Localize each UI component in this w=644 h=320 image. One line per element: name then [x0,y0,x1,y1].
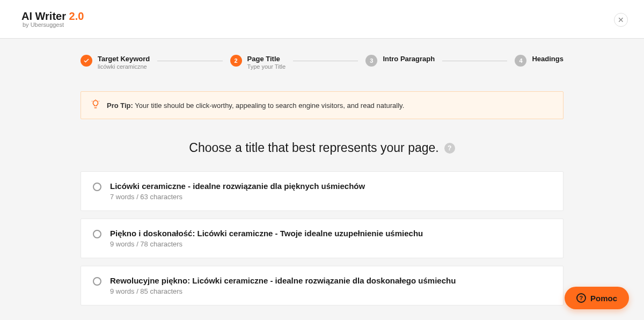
title-option[interactable]: Rewolucyjne piękno: Licówki ceramiczne -… [80,266,564,306]
step-labels: Headings [532,55,564,63]
logo-text-main: AI Writer [21,10,69,22]
question-icon: ? [576,293,586,303]
option-title: Licówki ceramiczne - idealne rozwiązanie… [110,181,365,191]
step-title: Page Title [247,55,286,63]
app-logo: AI Writer 2.0 by Ubersuggest [21,10,84,28]
step-subtitle: licówki ceramiczne [98,63,150,70]
logo-text-accent: 2.0 [69,10,84,22]
step-title: Headings [532,55,564,63]
heading-text: Choose a title that best represents your… [189,141,438,155]
title-option[interactable]: Licówki ceramiczne - idealne rozwiązanie… [80,171,564,211]
title-option[interactable]: Piękno i doskonałość: Licówki ceramiczne… [80,219,564,258]
step-number-icon: 4 [515,55,526,67]
check-icon [80,55,92,67]
logo-subtitle: by Ubersuggest [23,21,64,28]
tip-body: Your title should be click-worthy, appea… [133,101,404,110]
lightbulb-icon [91,99,100,111]
radio-icon[interactable] [93,230,101,238]
option-meta: 7 words / 63 characters [110,193,365,201]
tip-label: Pro Tip: [107,101,133,110]
step-intro-paragraph[interactable]: 3 Intro Paragraph [365,55,435,67]
tip-text: Pro Tip: Your title should be click-wort… [107,101,404,110]
pro-tip-banner: Pro Tip: Your title should be click-wort… [80,91,564,119]
section-heading: Choose a title that best represents your… [80,141,564,155]
step-title: Target Keyword [98,55,150,63]
help-icon[interactable]: ? [444,143,455,154]
step-number-icon: 2 [230,55,242,67]
option-title: Piękno i doskonałość: Licówki ceramiczne… [110,229,423,238]
step-page-title[interactable]: 2 Page Title Type your Title [230,55,286,70]
option-body: Rewolucyjne piękno: Licówki ceramiczne -… [110,276,456,295]
option-body: Licówki ceramiczne - idealne rozwiązanie… [110,181,365,201]
step-connector [442,61,507,61]
logo-title: AI Writer 2.0 [21,10,84,23]
svg-line-1 [92,101,92,101]
close-button[interactable]: ✕ [614,13,628,27]
step-connector [157,61,222,61]
option-body: Piękno i doskonałość: Licówki ceramiczne… [110,229,423,248]
step-headings[interactable]: 4 Headings [515,55,564,67]
step-labels: Page Title Type your Title [247,55,286,70]
radio-icon[interactable] [93,183,101,191]
step-connector [293,61,358,61]
step-subtitle: Type your Title [247,63,286,70]
close-icon: ✕ [618,16,624,24]
option-title: Rewolucyjne piękno: Licówki ceramiczne -… [110,276,456,285]
step-labels: Target Keyword licówki ceramiczne [98,55,150,70]
progress-stepper: Target Keyword licówki ceramiczne 2 Page… [80,55,564,70]
svg-line-2 [99,101,99,101]
app-header: AI Writer 2.0 by Ubersuggest ✕ [0,0,644,39]
step-title: Intro Paragraph [383,55,435,63]
option-meta: 9 words / 85 characters [110,287,456,295]
step-number-icon: 3 [365,55,377,67]
step-target-keyword[interactable]: Target Keyword licówki ceramiczne [80,55,150,70]
radio-icon[interactable] [93,277,101,286]
main-content: Target Keyword licówki ceramiczne 2 Page… [0,39,644,306]
help-label: Pomoc [590,294,617,303]
step-labels: Intro Paragraph [383,55,435,63]
help-button[interactable]: ? Pomoc [565,287,629,309]
option-meta: 9 words / 78 characters [110,240,423,248]
